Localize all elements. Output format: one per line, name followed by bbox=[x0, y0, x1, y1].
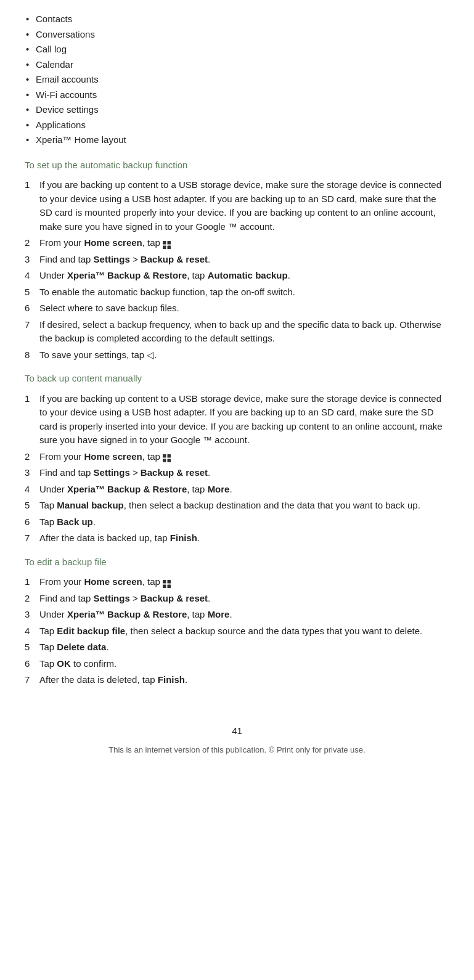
bullet-item: Xperia™ Home layout bbox=[25, 133, 449, 147]
step-number: 6 bbox=[25, 515, 39, 529]
step-text: To save your settings, tap ◁. bbox=[39, 348, 449, 362]
list-item: 1From your Home screen, tap bbox=[25, 575, 449, 589]
svg-rect-9 bbox=[168, 580, 171, 584]
list-item: 3Find and tap Settings > Backup & reset. bbox=[25, 466, 449, 480]
section-edit-backup: To edit a backup file 1From your Home sc… bbox=[25, 555, 449, 687]
section3-steps: 1From your Home screen, tap 2Find and ta… bbox=[25, 575, 449, 687]
list-item: 2From your Home screen, tap bbox=[25, 450, 449, 464]
list-item: 4Under Xperia™ Backup & Restore, tap Aut… bbox=[25, 269, 449, 283]
list-item: 3Under Xperia™ Backup & Restore, tap Mor… bbox=[25, 608, 449, 622]
bullet-item: Email accounts bbox=[25, 73, 449, 87]
step-number: 1 bbox=[25, 178, 39, 234]
list-item: 7After the data is deleted, tap Finish. bbox=[25, 673, 449, 687]
step-text: From your Home screen, tap bbox=[39, 236, 449, 250]
step-number: 8 bbox=[25, 348, 39, 362]
section2-steps: 1If you are backing up content to a USB … bbox=[25, 392, 449, 545]
step-number: 4 bbox=[25, 483, 39, 497]
svg-rect-0 bbox=[163, 241, 166, 245]
page-footer: 41 This is an internet version of this p… bbox=[25, 724, 449, 769]
section1-steps: 1If you are backing up content to a USB … bbox=[25, 178, 449, 362]
step-number: 2 bbox=[25, 450, 39, 464]
step-number: 1 bbox=[25, 392, 39, 447]
bullet-item: Conversations bbox=[25, 28, 449, 42]
step-number: 1 bbox=[25, 575, 39, 589]
list-item: 1If you are backing up content to a USB … bbox=[25, 178, 449, 234]
section2-heading: To back up content manually bbox=[25, 372, 449, 386]
step-number: 3 bbox=[25, 253, 39, 267]
bullet-item: Call log bbox=[25, 43, 449, 57]
step-number: 4 bbox=[25, 624, 39, 639]
svg-rect-2 bbox=[163, 245, 166, 249]
grid-icon bbox=[163, 578, 171, 586]
svg-rect-5 bbox=[168, 454, 171, 458]
section-automatic-backup: To set up the automatic backup function … bbox=[25, 158, 449, 362]
step-number: 3 bbox=[25, 608, 39, 622]
step-number: 2 bbox=[25, 592, 39, 606]
list-item: 7If desired, select a backup frequency, … bbox=[25, 318, 449, 346]
step-text: After the data is backed up, tap Finish. bbox=[39, 531, 449, 545]
step-text: To enable the automatic backup function,… bbox=[39, 285, 449, 300]
step-number: 6 bbox=[25, 301, 39, 316]
svg-rect-11 bbox=[168, 584, 171, 588]
svg-rect-8 bbox=[163, 580, 166, 584]
footer-note: This is an internet version of this publ… bbox=[108, 745, 365, 754]
step-number: 2 bbox=[25, 236, 39, 250]
section3-heading: To edit a backup file bbox=[25, 555, 449, 570]
step-text: Tap OK to confirm. bbox=[39, 657, 449, 671]
svg-rect-7 bbox=[168, 459, 171, 463]
step-text: Tap Delete data. bbox=[39, 640, 449, 655]
list-item: 4Under Xperia™ Backup & Restore, tap Mor… bbox=[25, 483, 449, 497]
grid-icon bbox=[163, 239, 171, 247]
step-number: 3 bbox=[25, 466, 39, 480]
list-item: 5Tap Delete data. bbox=[25, 640, 449, 655]
list-item: 1If you are backing up content to a USB … bbox=[25, 392, 449, 447]
step-text: After the data is deleted, tap Finish. bbox=[39, 673, 449, 687]
section-manual-backup: To back up content manually 1If you are … bbox=[25, 372, 449, 545]
list-item: 2Find and tap Settings > Backup & reset. bbox=[25, 592, 449, 606]
step-number: 5 bbox=[25, 640, 39, 655]
step-number: 6 bbox=[25, 657, 39, 671]
bullet-item: Calendar bbox=[25, 58, 449, 72]
step-text: Tap Edit backup file, then select a back… bbox=[39, 624, 449, 639]
svg-rect-3 bbox=[168, 245, 171, 249]
page-content: ContactsConversationsCall logCalendarEma… bbox=[0, 0, 474, 794]
bullet-item: Wi-Fi accounts bbox=[25, 88, 449, 102]
bullet-item: Contacts bbox=[25, 12, 449, 27]
step-number: 7 bbox=[25, 318, 39, 346]
svg-rect-1 bbox=[168, 241, 171, 245]
step-text: If you are backing up content to a USB s… bbox=[39, 178, 449, 234]
list-item: 7After the data is backed up, tap Finish… bbox=[25, 531, 449, 545]
step-text: If you are backing up content to a USB s… bbox=[39, 392, 449, 447]
list-item: 8To save your settings, tap ◁. bbox=[25, 348, 449, 362]
step-number: 5 bbox=[25, 285, 39, 300]
bullet-item: Device settings bbox=[25, 103, 449, 117]
list-item: 6Tap OK to confirm. bbox=[25, 657, 449, 671]
list-item: 3Find and tap Settings > Backup & reset. bbox=[25, 253, 449, 267]
list-item: 5Tap Manual backup, then select a backup… bbox=[25, 499, 449, 513]
step-text: Find and tap Settings > Backup & reset. bbox=[39, 592, 449, 606]
step-text: Find and tap Settings > Backup & reset. bbox=[39, 466, 449, 480]
step-text: Under Xperia™ Backup & Restore, tap Auto… bbox=[39, 269, 449, 283]
bullet-item: Applications bbox=[25, 118, 449, 133]
step-text: If desired, select a backup frequency, w… bbox=[39, 318, 449, 346]
step-number: 4 bbox=[25, 269, 39, 283]
step-number: 7 bbox=[25, 673, 39, 687]
step-text: From your Home screen, tap bbox=[39, 450, 449, 464]
list-item: 4Tap Edit backup file, then select a bac… bbox=[25, 624, 449, 639]
step-text: Tap Manual backup, then select a backup … bbox=[39, 499, 449, 513]
bullet-list: ContactsConversationsCall logCalendarEma… bbox=[25, 12, 449, 147]
list-item: 5To enable the automatic backup function… bbox=[25, 285, 449, 300]
svg-rect-10 bbox=[163, 584, 166, 588]
section1-heading: To set up the automatic backup function bbox=[25, 158, 449, 173]
step-text: Tap Back up. bbox=[39, 515, 449, 529]
page-number: 41 bbox=[25, 724, 449, 738]
grid-icon bbox=[163, 452, 171, 460]
step-text: Find and tap Settings > Backup & reset. bbox=[39, 253, 449, 267]
step-text: Select where to save backup files. bbox=[39, 301, 449, 316]
svg-rect-4 bbox=[163, 454, 166, 458]
step-number: 7 bbox=[25, 531, 39, 545]
step-text: Under Xperia™ Backup & Restore, tap More… bbox=[39, 483, 449, 497]
list-item: 6Select where to save backup files. bbox=[25, 301, 449, 316]
list-item: 6Tap Back up. bbox=[25, 515, 449, 529]
list-item: 2From your Home screen, tap bbox=[25, 236, 449, 250]
